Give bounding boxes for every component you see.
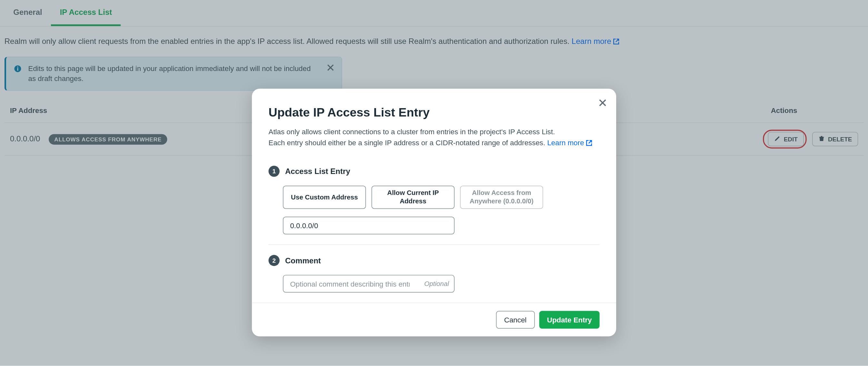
optional-label: Optional bbox=[424, 280, 449, 287]
section-comment: 2 Comment Optional bbox=[269, 244, 600, 303]
modal-description: Atlas only allows client connections to … bbox=[269, 126, 600, 149]
close-icon[interactable] bbox=[599, 99, 606, 109]
update-entry-button[interactable]: Update Entry bbox=[539, 311, 600, 329]
modal-footer: Cancel Update Entry bbox=[252, 303, 616, 336]
allow-anywhere-button: Allow Access from Anywhere (0.0.0.0/0) bbox=[460, 186, 543, 209]
section-access-list-entry: 1 Access List Entry Use Custom Address A… bbox=[269, 156, 600, 244]
allow-current-ip-button[interactable]: Allow Current IP Address bbox=[371, 186, 455, 209]
modal-title: Update IP Access List Entry bbox=[269, 105, 600, 120]
step-number-2: 2 bbox=[269, 255, 280, 266]
update-ip-modal: Update IP Access List Entry Atlas only a… bbox=[252, 89, 616, 336]
learn-more-link[interactable]: Learn more bbox=[547, 138, 592, 146]
cancel-button[interactable]: Cancel bbox=[496, 311, 535, 329]
step2-title: Comment bbox=[285, 256, 321, 265]
step-number-1: 1 bbox=[269, 166, 280, 176]
use-custom-address-button[interactable]: Use Custom Address bbox=[283, 186, 366, 209]
ip-address-input[interactable] bbox=[283, 217, 454, 234]
modal-overlay: Update IP Access List Entry Atlas only a… bbox=[0, 0, 868, 366]
external-link-icon bbox=[586, 138, 592, 149]
step1-title: Access List Entry bbox=[285, 167, 350, 175]
